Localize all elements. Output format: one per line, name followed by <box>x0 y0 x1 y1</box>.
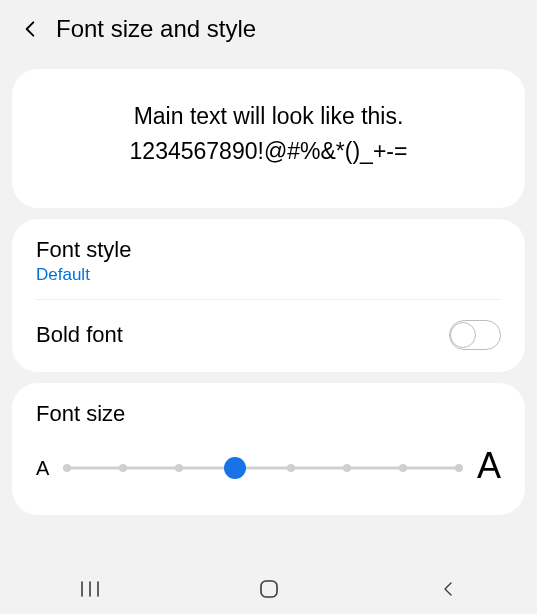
slider-tick <box>343 464 351 472</box>
preview-text-line1: Main text will look like this. <box>32 99 505 134</box>
font-size-label: Font size <box>36 401 501 427</box>
page-title: Font size and style <box>56 15 256 43</box>
size-indicator-large: A <box>477 445 501 487</box>
nav-bar <box>0 564 537 614</box>
header: Font size and style <box>0 0 537 58</box>
preview-text-line2: 1234567890!@#%&*()_+-= <box>32 134 505 169</box>
bold-font-toggle[interactable] <box>449 320 501 350</box>
font-size-slider[interactable] <box>63 458 463 478</box>
font-style-label: Font style <box>36 237 501 263</box>
font-style-value: Default <box>36 265 501 285</box>
font-style-row[interactable]: Font style Default <box>12 219 525 299</box>
font-settings-card: Font style Default Bold font <box>12 219 525 372</box>
nav-back[interactable] <box>437 578 459 600</box>
font-size-slider-row: A A <box>36 449 501 487</box>
slider-tick <box>455 464 463 472</box>
toggle-knob <box>450 322 476 348</box>
slider-ticks <box>63 464 463 472</box>
size-indicator-small: A <box>36 457 49 480</box>
home-icon <box>259 579 279 599</box>
font-preview-card: Main text will look like this. 123456789… <box>12 69 525 208</box>
nav-home[interactable] <box>258 578 280 600</box>
bold-font-row[interactable]: Bold font <box>12 300 525 372</box>
bold-font-label: Bold font <box>36 322 123 348</box>
chevron-left-icon <box>20 19 40 39</box>
back-button[interactable] <box>10 9 50 49</box>
svg-rect-3 <box>261 581 277 597</box>
slider-tick <box>399 464 407 472</box>
slider-thumb[interactable] <box>224 457 246 479</box>
slider-tick <box>287 464 295 472</box>
nav-recents[interactable] <box>79 578 101 600</box>
back-icon <box>439 580 457 598</box>
slider-tick <box>119 464 127 472</box>
font-size-card: Font size A A <box>12 383 525 515</box>
slider-tick <box>63 464 71 472</box>
slider-tick <box>175 464 183 472</box>
recents-icon <box>79 580 101 598</box>
